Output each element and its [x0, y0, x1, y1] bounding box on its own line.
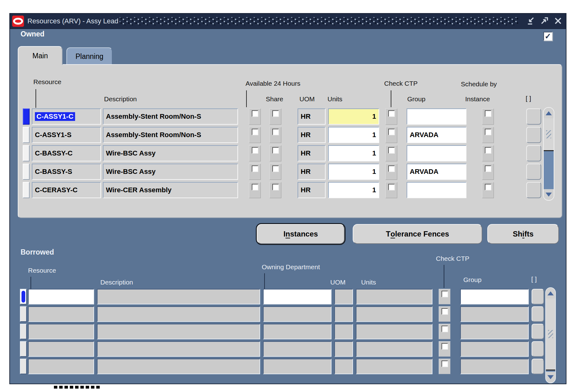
tab-planning[interactable]: Planning — [66, 47, 112, 65]
description-field[interactable] — [97, 306, 260, 322]
available-24-hours-checkbox[interactable] — [249, 108, 261, 125]
description-field[interactable]: Assembly-Stent Room/Non-S — [103, 108, 238, 125]
tolerance-fences-button[interactable]: Tolerance Fences — [353, 224, 482, 244]
description-field[interactable]: Wire-BSC Assy — [103, 164, 238, 180]
description-field[interactable]: Wire-BSC Assy — [103, 145, 238, 161]
resource-field[interactable] — [28, 289, 94, 304]
row-selector[interactable] — [23, 127, 30, 143]
row-selector[interactable] — [23, 182, 30, 198]
check-ctp-checkbox[interactable] — [385, 108, 397, 125]
share-checkbox[interactable] — [270, 182, 281, 198]
scrollbar-track[interactable] — [544, 151, 554, 189]
row-selector[interactable] — [23, 164, 30, 180]
schedule-by-instance-checkbox[interactable] — [482, 108, 494, 125]
units-field[interactable] — [356, 306, 432, 322]
schedule-by-instance-checkbox[interactable] — [482, 145, 494, 161]
flexfield-button[interactable] — [532, 341, 544, 357]
share-checkbox[interactable] — [270, 108, 281, 125]
uom-field[interactable]: HR — [298, 164, 326, 180]
row-selector[interactable] — [20, 306, 27, 322]
group-field[interactable] — [460, 306, 529, 322]
units-field[interactable] — [356, 359, 432, 374]
flexfield-button[interactable] — [532, 306, 544, 322]
schedule-by-instance-checkbox[interactable] — [482, 127, 494, 143]
description-field[interactable] — [97, 359, 260, 374]
description-field[interactable] — [97, 341, 260, 357]
uom-field[interactable]: HR — [298, 127, 326, 143]
scroll-down-icon[interactable] — [544, 189, 554, 200]
row-selector[interactable] — [20, 359, 27, 374]
resource-field[interactable] — [28, 306, 94, 322]
share-checkbox[interactable] — [270, 145, 281, 161]
uom-field[interactable] — [334, 341, 353, 357]
units-field[interactable]: 1 — [328, 182, 379, 198]
group-field[interactable] — [460, 341, 529, 357]
owning-department-field[interactable] — [263, 359, 332, 374]
row-selector[interactable] — [20, 289, 27, 304]
flexfield-button[interactable] — [526, 108, 541, 125]
borrowed-scrollbar[interactable] — [545, 287, 556, 383]
record-indicator-checkbox[interactable]: ✓ — [543, 32, 552, 41]
check-ctp-checkbox[interactable] — [439, 289, 451, 304]
owning-department-field[interactable] — [263, 289, 332, 304]
row-selector[interactable] — [23, 108, 30, 125]
uom-field[interactable] — [334, 359, 353, 374]
owning-department-field[interactable] — [263, 306, 332, 322]
row-selector[interactable] — [20, 341, 27, 357]
available-24-hours-checkbox[interactable] — [249, 182, 261, 198]
flexfield-button[interactable] — [532, 359, 544, 374]
resource-field[interactable]: C-BASSY-C — [32, 145, 101, 161]
schedule-by-instance-checkbox[interactable] — [482, 182, 494, 198]
description-field[interactable]: Assembly-Stent Room/Non-S — [103, 127, 238, 143]
owning-department-field[interactable] — [263, 324, 332, 339]
owning-department-field[interactable] — [263, 341, 332, 357]
available-24-hours-checkbox[interactable] — [249, 145, 261, 161]
resource-field[interactable]: C-BASSY-S — [32, 164, 101, 180]
flexfield-button[interactable] — [526, 145, 541, 161]
units-field[interactable]: 1 — [328, 145, 379, 161]
description-field[interactable]: Wire-CER Assembly — [103, 182, 238, 198]
check-ctp-checkbox[interactable] — [439, 359, 451, 374]
flexfield-button[interactable] — [532, 324, 544, 339]
scrollbar-thumb[interactable] — [544, 118, 554, 151]
units-field[interactable] — [356, 324, 432, 339]
check-ctp-checkbox[interactable] — [385, 164, 397, 180]
units-field[interactable] — [356, 341, 432, 357]
check-ctp-checkbox[interactable] — [385, 127, 397, 143]
description-field[interactable] — [97, 289, 260, 304]
description-field[interactable] — [97, 324, 260, 339]
resource-field[interactable]: C-ASSY1-C — [32, 108, 101, 125]
schedule-by-instance-checkbox[interactable] — [482, 164, 494, 180]
uom-field[interactable] — [334, 324, 353, 339]
flexfield-button[interactable] — [532, 289, 544, 304]
units-field[interactable]: 1 — [328, 164, 379, 180]
group-field[interactable] — [407, 182, 466, 198]
share-checkbox[interactable] — [270, 164, 281, 180]
tab-main[interactable]: Main — [18, 46, 63, 65]
group-field[interactable] — [460, 289, 529, 304]
close-icon[interactable] — [553, 16, 563, 26]
title-bar[interactable]: Resources (ARV) - Assy Lead — [10, 14, 566, 29]
scroll-up-icon[interactable] — [546, 288, 555, 299]
group-field[interactable] — [460, 324, 529, 339]
uom-field[interactable]: HR — [298, 182, 326, 198]
group-field[interactable]: ARVADA — [407, 164, 466, 180]
flexfield-button[interactable] — [526, 127, 541, 143]
check-ctp-checkbox[interactable] — [439, 306, 451, 322]
check-ctp-checkbox[interactable] — [439, 324, 451, 339]
resource-field[interactable] — [28, 341, 94, 357]
check-ctp-checkbox[interactable] — [385, 182, 397, 198]
row-selector[interactable] — [20, 324, 27, 339]
resource-field[interactable] — [28, 359, 94, 374]
scroll-up-icon[interactable] — [544, 108, 554, 118]
available-24-hours-checkbox[interactable] — [249, 127, 261, 143]
scroll-down-icon[interactable] — [546, 372, 555, 382]
instances-button[interactable]: Instances — [257, 224, 345, 244]
resource-field[interactable]: C-ASSY1-S — [32, 127, 101, 143]
scrollbar-thumb[interactable] — [546, 299, 555, 370]
resource-field[interactable] — [28, 324, 94, 339]
flexfield-button[interactable] — [526, 164, 541, 180]
uom-field[interactable]: HR — [298, 145, 326, 161]
group-field[interactable] — [407, 108, 466, 125]
available-24-hours-checkbox[interactable] — [249, 164, 261, 180]
